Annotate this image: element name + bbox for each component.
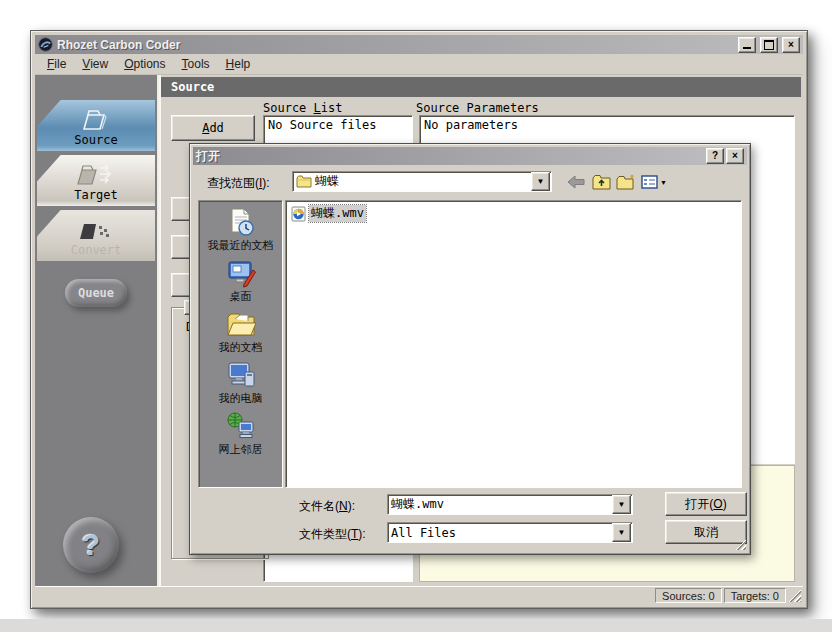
maximize-button[interactable] <box>760 37 778 53</box>
place-my-computer[interactable]: 我的电脑 <box>199 360 282 404</box>
look-in-value: 蝴蝶 <box>312 173 531 190</box>
source-parameters-label: Source Parameters <box>416 101 539 115</box>
help-icon: ? <box>712 151 718 161</box>
place-label: 桌面 <box>230 290 252 302</box>
sidebar: Source Target <box>35 75 157 586</box>
open-button[interactable]: 打开(O) <box>665 492 747 516</box>
sidebar-tab-source[interactable]: Source <box>37 100 155 151</box>
file-type-label: 文件类型(T): <box>299 526 366 543</box>
place-desktop[interactable]: 桌面 <box>199 258 282 302</box>
recent-documents-icon <box>226 207 256 237</box>
help-button[interactable]: ? <box>63 517 119 573</box>
network-places-icon <box>226 411 256 441</box>
dialog-title: 打开 <box>196 148 704 165</box>
source-list-label: Source List <box>263 101 343 115</box>
new-folder-icon <box>616 174 637 190</box>
new-folder-button[interactable] <box>615 172 637 192</box>
look-in-combobox[interactable]: 蝴蝶 ▼ <box>292 171 552 192</box>
up-one-level-button[interactable] <box>590 172 612 192</box>
my-computer-icon <box>226 360 256 390</box>
menu-options[interactable]: Options <box>116 55 173 73</box>
queue-button-label: Queue <box>78 286 114 300</box>
dialog-resize-grip[interactable] <box>734 538 746 550</box>
menu-view[interactable]: View <box>74 55 116 73</box>
sidebar-tab-label: Target <box>74 188 117 202</box>
menu-file[interactable]: File <box>39 55 74 73</box>
file-name-dropdown-button[interactable]: ▼ <box>612 495 631 514</box>
look-in-label: 查找范围(I): <box>207 175 270 192</box>
source-folder-icon <box>76 107 116 133</box>
file-type-combobox[interactable]: All Files ▼ <box>387 522 633 543</box>
place-label: 我最近的文档 <box>208 239 274 251</box>
dialog-close-button[interactable]: × <box>726 148 744 164</box>
file-name-label: 文件名(N): <box>299 498 355 515</box>
place-label: 我的电脑 <box>219 392 263 404</box>
file-name-combobox[interactable]: 蝴蝶.wmv ▼ <box>387 494 633 515</box>
file-list[interactable]: 蝴蝶.wmv <box>285 200 742 488</box>
add-button[interactable]: Add <box>171 115 255 141</box>
status-sources: Sources: 0 <box>655 588 722 603</box>
file-type-dropdown-button[interactable]: ▼ <box>612 523 631 542</box>
wmv-file-icon <box>291 206 306 222</box>
file-item-selected[interactable]: 蝴蝶.wmv <box>291 205 366 222</box>
source-list-empty-text: No Source files <box>264 116 412 134</box>
source-page-header: Source <box>161 77 801 97</box>
sidebar-tab-label: Convert <box>71 243 122 257</box>
main-titlebar: Rhozet Carbon Coder × <box>35 35 803 54</box>
source-page-header-label: Source <box>171 80 214 94</box>
place-network[interactable]: 网上邻居 <box>199 411 282 455</box>
sidebar-divider <box>157 75 161 586</box>
sidebar-tab-target[interactable]: Target <box>37 155 155 206</box>
views-icon <box>641 175 658 189</box>
places-bar: 我最近的文档 桌面 <box>198 200 283 488</box>
sidebar-tab-label: Source <box>74 133 117 147</box>
convert-icon <box>74 219 118 243</box>
app-logo-icon <box>38 37 53 52</box>
file-type-value: All Files <box>388 526 612 540</box>
status-bar: Sources: 0 Targets: 0 <box>35 586 803 604</box>
dialog-titlebar: 打开 ? × <box>193 147 747 165</box>
question-mark-icon: ? <box>82 528 100 562</box>
place-label: 我的文档 <box>219 341 263 353</box>
look-in-dropdown-button[interactable]: ▼ <box>531 172 550 191</box>
minimize-icon <box>743 47 751 49</box>
folder-icon <box>296 175 312 188</box>
queue-button[interactable]: Queue <box>65 279 127 307</box>
place-label: 网上邻居 <box>219 443 263 455</box>
close-icon: × <box>788 40 794 50</box>
main-window: Rhozet Carbon Coder × File View Options … <box>30 30 808 609</box>
menu-tools[interactable]: Tools <box>174 55 218 73</box>
window-resize-grip[interactable] <box>788 589 801 602</box>
window-title: Rhozet Carbon Coder <box>57 38 734 52</box>
menu-bar: File View Options Tools Help <box>35 54 803 75</box>
file-item-name: 蝴蝶.wmv <box>309 205 366 222</box>
status-targets: Targets: 0 <box>724 588 786 603</box>
place-recent-documents[interactable]: 我最近的文档 <box>199 207 282 251</box>
up-folder-icon <box>592 174 611 190</box>
page-bottom-band <box>0 619 832 632</box>
back-arrow-icon <box>567 175 585 189</box>
minimize-button[interactable] <box>738 37 756 53</box>
menu-help[interactable]: Help <box>218 55 259 73</box>
views-dropdown-arrow-icon: ▼ <box>660 179 667 186</box>
back-button[interactable] <box>565 172 587 192</box>
file-name-value: 蝴蝶.wmv <box>388 496 612 513</box>
my-documents-icon <box>226 309 256 339</box>
source-parameters-empty-text: No parameters <box>420 116 794 134</box>
close-icon: × <box>732 151 738 161</box>
open-file-dialog: 打开 ? × 查找范围(I): 蝴蝶 ▼ <box>189 143 751 555</box>
target-folder-icon <box>72 162 120 188</box>
place-my-documents[interactable]: 我的文档 <box>199 309 282 353</box>
dialog-help-button[interactable]: ? <box>706 148 724 164</box>
desktop-icon <box>226 258 256 288</box>
sidebar-tab-convert[interactable]: Convert <box>37 210 155 261</box>
views-button[interactable]: ▼ <box>640 172 668 192</box>
maximize-icon <box>764 40 774 50</box>
close-button[interactable]: × <box>782 37 800 53</box>
